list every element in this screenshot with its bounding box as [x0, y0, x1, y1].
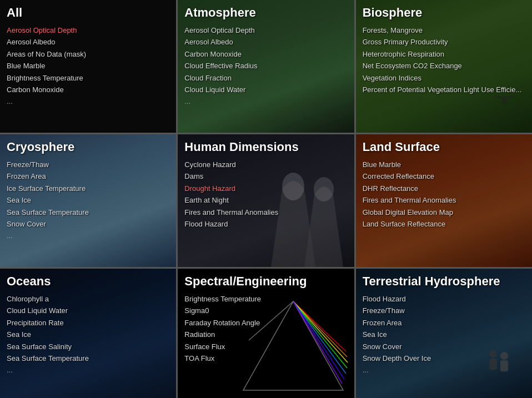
card-title: All [7, 6, 169, 20]
category-item[interactable]: Brightness Temperature [184, 293, 347, 305]
category-item[interactable]: Flood Hazard [184, 218, 347, 230]
category-item[interactable]: Radiation [184, 329, 347, 340]
card-title: Land Surface [363, 140, 525, 154]
category-item[interactable]: Heterotrophic Respiration [363, 48, 525, 60]
category-item[interactable]: Sea Surface Temperature [7, 352, 169, 364]
category-item[interactable]: Percent of Potential Vegetation Light Us… [363, 84, 525, 95]
card-oceans: Oceans Chlorophyll a Cloud Liquid Water … [0, 269, 176, 398]
category-item[interactable]: TOA Flux [184, 352, 347, 364]
card-title: Oceans [7, 274, 169, 289]
card-biosphere: Biosphere Forests, Mangrove Gross Primar… [356, 0, 532, 133]
category-item[interactable]: Fires and Thermal Anomalies [184, 206, 347, 218]
card-content: Biosphere Forests, Mangrove Gross Primar… [356, 0, 532, 133]
category-item[interactable]: Snow Cover [7, 218, 169, 230]
category-item[interactable]: Sea Surface Temperature [7, 206, 169, 218]
card-terrestrial: Terrestrial Hydrosphere Flood Hazard Fre… [356, 269, 532, 398]
category-item[interactable]: Blue Marble [7, 60, 169, 72]
card-cryosphere: Cryosphere Freeze/Thaw Frozen Area Ice S… [0, 134, 176, 267]
category-item[interactable]: Dams [184, 170, 347, 182]
category-item[interactable]: Carbon Monoxide [7, 84, 169, 95]
category-item[interactable]: Surface Flux [184, 341, 347, 352]
category-item[interactable]: Aerosol Albedo [7, 36, 169, 48]
category-item[interactable]: Sea Ice [7, 194, 169, 206]
category-item[interactable]: Gross Primary Productivity [363, 36, 525, 48]
category-item[interactable]: Vegetation Indices [363, 72, 525, 84]
category-item[interactable]: Land Surface Reflectance [363, 218, 525, 230]
category-item[interactable]: Drought Hazard [184, 183, 347, 194]
category-item[interactable]: Ice Surface Temperature [7, 183, 169, 194]
category-item[interactable]: Frozen Area [7, 170, 169, 182]
card-title: Atmosphere [184, 6, 347, 20]
category-item[interactable]: Blue Marble [363, 159, 525, 170]
category-item[interactable]: Cloud Fraction [184, 72, 347, 84]
category-item[interactable]: Global Digital Elevation Map [363, 206, 525, 218]
card-spectral: Spectral/Engineering Brightness Temperat… [178, 269, 354, 398]
card-content: Human Dimensions Cyclone Hazard Dams Dro… [178, 134, 354, 267]
category-grid: All Aerosol Optical Depth Aerosol Albedo… [0, 0, 532, 398]
category-item[interactable]: Sea Ice [363, 329, 525, 340]
category-item[interactable]: Corrected Reflectance [363, 170, 525, 182]
category-item[interactable]: Earth at Night [184, 194, 347, 206]
card-content: Land Surface Blue Marble Corrected Refle… [356, 134, 532, 267]
card-more: ... [7, 231, 169, 240]
card-title: Human Dimensions [184, 140, 347, 154]
card-content: Terrestrial Hydrosphere Flood Hazard Fre… [356, 269, 532, 398]
category-item[interactable]: Chlorophyll a [7, 293, 169, 305]
card-content: All Aerosol Optical Depth Aerosol Albedo… [0, 0, 176, 133]
card-atmosphere: Atmosphere Aerosol Optical Depth Aerosol… [178, 0, 354, 133]
category-item[interactable]: Frozen Area [363, 317, 525, 329]
category-item[interactable]: Cyclone Hazard [184, 159, 347, 170]
category-item[interactable]: Faraday Rotation Angle [184, 317, 347, 329]
card-content: Spectral/Engineering Brightness Temperat… [178, 269, 354, 398]
category-item[interactable]: Precipitation Rate [7, 317, 169, 329]
category-item[interactable]: Aerosol Albedo [184, 36, 347, 48]
category-item[interactable]: Cloud Liquid Water [7, 305, 169, 316]
card-all: All Aerosol Optical Depth Aerosol Albedo… [0, 0, 176, 133]
card-content: Atmosphere Aerosol Optical Depth Aerosol… [178, 0, 354, 133]
card-land: Land Surface Blue Marble Corrected Refle… [356, 134, 532, 267]
card-title: Cryosphere [7, 140, 169, 154]
category-item[interactable]: Net Ecosystem CO2 Exchange [363, 60, 525, 72]
category-item[interactable]: Cloud Effective Radius [184, 60, 347, 72]
card-more: ... [184, 97, 347, 105]
category-item[interactable]: Fires and Thermal Anomalies [363, 194, 525, 206]
category-item[interactable]: Sigma0 [184, 305, 347, 316]
card-content: Oceans Chlorophyll a Cloud Liquid Water … [0, 269, 176, 398]
card-title: Terrestrial Hydrosphere [363, 274, 525, 289]
card-title: Biosphere [363, 6, 525, 20]
category-item[interactable]: Snow Depth Over Ice [363, 352, 525, 364]
category-item[interactable]: Aerosol Optical Depth [184, 24, 347, 36]
category-item[interactable]: Freeze/Thaw [7, 159, 169, 170]
category-item[interactable]: Cloud Liquid Water [184, 84, 347, 95]
category-item[interactable]: DHR Reflectance [363, 183, 525, 194]
card-title: Spectral/Engineering [184, 274, 347, 289]
category-item[interactable]: Carbon Monoxide [184, 48, 347, 60]
category-item[interactable]: Areas of No Data (mask) [7, 48, 169, 60]
card-more: ... [363, 366, 525, 374]
category-item[interactable]: Forests, Mangrove [363, 24, 525, 36]
category-item[interactable]: Flood Hazard [363, 293, 525, 305]
card-more: ... [7, 366, 169, 374]
category-item[interactable]: Snow Cover [363, 341, 525, 352]
category-item[interactable]: Brightness Temperature [7, 72, 169, 84]
category-item[interactable]: Freeze/Thaw [363, 305, 525, 316]
card-human: Human Dimensions Cyclone Hazard Dams Dro… [178, 134, 354, 267]
category-item[interactable]: Sea Surface Salinity [7, 341, 169, 352]
category-item[interactable]: Aerosol Optical Depth [7, 24, 169, 36]
card-content: Cryosphere Freeze/Thaw Frozen Area Ice S… [0, 134, 176, 267]
card-more: ... [7, 97, 169, 105]
category-item[interactable]: Sea Ice [7, 329, 169, 340]
